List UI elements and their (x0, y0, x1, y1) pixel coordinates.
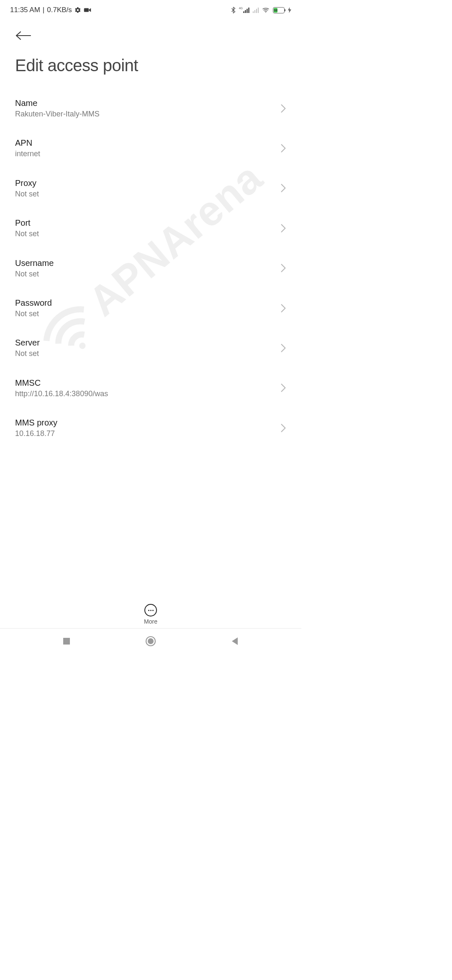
row-label: Port (15, 217, 276, 228)
row-value: Not set (15, 309, 276, 319)
cellular-signal-1-icon: 4G (239, 7, 249, 13)
chevron-right-icon (280, 423, 286, 433)
row-port[interactable]: Port Not set (15, 208, 286, 248)
row-label: MMSC (15, 377, 276, 388)
bluetooth-icon (231, 7, 236, 13)
status-separator: | (43, 6, 44, 14)
row-value: Rakuten-Viber-Italy-MMS (15, 109, 276, 119)
row-label: APN (15, 137, 276, 148)
battery-icon: 38 (273, 7, 285, 13)
row-value: Not set (15, 189, 276, 199)
chevron-right-icon (280, 104, 286, 113)
svg-point-6 (148, 638, 154, 644)
settings-list: Name Rakuten-Viber-Italy-MMS APN interne… (0, 88, 301, 448)
row-mmsc[interactable]: MMSC http://10.16.18.4:38090/was (15, 368, 286, 408)
status-bar: 11:35 AM | 0.7KB/s 4G (0, 0, 301, 20)
row-password[interactable]: Password Not set (15, 288, 286, 328)
row-label: Proxy (15, 178, 276, 188)
gear-icon (74, 7, 81, 13)
more-icon (144, 604, 157, 616)
more-label: More (144, 618, 157, 625)
nav-recent-button[interactable] (62, 637, 71, 645)
fade-overlay (0, 570, 301, 595)
chevron-right-icon (280, 183, 286, 193)
navigation-bar (0, 628, 301, 653)
row-value: 10.16.18.77 (15, 429, 276, 438)
row-value: http://10.16.18.4:38090/was (15, 389, 276, 399)
page-title: Edit access point (0, 44, 301, 88)
svg-point-2 (265, 12, 266, 13)
row-label: MMS proxy (15, 417, 276, 428)
row-label: Name (15, 98, 276, 108)
row-proxy[interactable]: Proxy Not set (15, 168, 286, 208)
status-network-speed: 0.7KB/s (47, 6, 72, 14)
chevron-right-icon (280, 263, 286, 273)
chevron-right-icon (280, 343, 286, 353)
svg-rect-1 (84, 8, 89, 12)
row-mms-proxy[interactable]: MMS proxy 10.16.18.77 (15, 408, 286, 448)
row-label: Password (15, 297, 276, 308)
svg-rect-4 (63, 638, 70, 645)
row-value: Not set (15, 349, 276, 358)
more-button[interactable]: More (0, 604, 301, 625)
row-value: Not set (15, 269, 276, 279)
row-username[interactable]: Username Not set (15, 248, 286, 288)
chevron-right-icon (280, 144, 286, 153)
back-button[interactable] (15, 29, 286, 44)
row-apn[interactable]: APN internet (15, 128, 286, 168)
cellular-signal-2-icon (253, 7, 259, 13)
row-value: internet (15, 149, 276, 159)
status-time: 11:35 AM (10, 6, 40, 14)
row-value: Not set (15, 229, 276, 239)
nav-home-button[interactable] (145, 636, 156, 647)
row-name[interactable]: Name Rakuten-Viber-Italy-MMS (15, 88, 286, 128)
chevron-right-icon (280, 383, 286, 392)
row-label: Username (15, 258, 276, 268)
row-server[interactable]: Server Not set (15, 328, 286, 368)
row-label: Server (15, 337, 276, 348)
charging-icon (288, 7, 291, 13)
wifi-icon (262, 7, 270, 13)
chevron-right-icon (280, 224, 286, 233)
chevron-right-icon (280, 304, 286, 313)
nav-back-button[interactable] (231, 637, 239, 646)
camera-icon (84, 7, 91, 13)
